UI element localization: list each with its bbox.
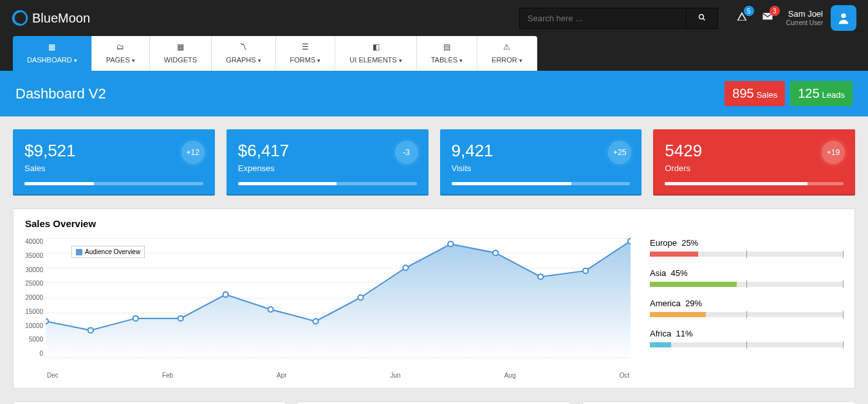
region-name: Asia	[650, 268, 666, 278]
region-bar	[650, 282, 843, 287]
card-progress	[452, 182, 631, 185]
brand-text: BlueMoon	[32, 11, 90, 26]
sales-chart: 4000035000300002500020000150001000050000…	[46, 238, 631, 376]
tab-graphs[interactable]: 〽GRAPHS▾	[212, 36, 275, 71]
alerts-button[interactable]: 5	[736, 11, 748, 25]
svg-point-16	[583, 268, 588, 273]
chart-legend: Audience Overview	[71, 246, 145, 258]
svg-point-3	[841, 14, 845, 18]
tab-dashboard[interactable]: ▦DASHBOARD▾	[13, 36, 92, 71]
svg-point-10	[313, 319, 318, 324]
card-delta-badge: +19	[822, 141, 845, 164]
region-america: America 29%	[650, 298, 843, 317]
card-value: $9,521	[24, 141, 203, 161]
region-pct: 45%	[671, 268, 688, 278]
stat-card-sales[interactable]: $9,521Sales+12	[13, 129, 215, 196]
brand-logo[interactable]: BlueMoon	[12, 10, 90, 26]
region-name: America	[650, 298, 681, 308]
svg-point-5	[88, 327, 93, 333]
user-role: Current User	[786, 19, 823, 27]
card-delta-badge: +12	[181, 141, 205, 164]
svg-point-14	[493, 250, 498, 255]
card-label: Sales	[24, 163, 203, 173]
card-delta-badge: -3	[395, 141, 418, 164]
bottom-row: Weekly Sales Activity Tasks	[13, 401, 855, 404]
region-asia: Asia 45%	[650, 268, 843, 287]
main-nav: ▦DASHBOARD▾🗂PAGES▾▦WIDGETS〽GRAPHS▾☰FORMS…	[0, 36, 868, 71]
moon-icon	[12, 10, 28, 26]
tab-widgets[interactable]: ▦WIDGETS	[150, 36, 212, 71]
card-label: Orders	[665, 163, 844, 173]
tab-icon: ☰	[290, 42, 321, 53]
region-name: Europe	[650, 238, 677, 248]
stat-cards-row: $9,521Sales+12$6,417Expenses-39,421Visit…	[13, 129, 855, 196]
sales-overview-title: Sales Overview	[14, 209, 854, 238]
svg-point-17	[628, 239, 631, 244]
mail-button[interactable]: 3	[762, 11, 773, 25]
region-bar	[650, 342, 843, 347]
svg-point-9	[268, 307, 273, 312]
activity-panel: Activity	[297, 401, 570, 404]
card-label: Expenses	[238, 163, 417, 173]
card-progress	[665, 182, 844, 185]
region-africa: Africa 11%	[650, 329, 843, 347]
region-pct: 29%	[685, 298, 702, 308]
region-europe: Europe 25%	[650, 238, 843, 257]
card-delta-badge: +25	[608, 141, 631, 164]
tab-error[interactable]: ⚠ERROR▾	[477, 36, 537, 71]
topbar: BlueMoon 5 3 Sam Joel Current User	[0, 0, 868, 36]
region-pct: 25%	[681, 238, 698, 248]
card-progress	[238, 182, 417, 185]
region-pct: 11%	[676, 329, 692, 338]
regions-list: Europe 25%Asia 45%America 29%Africa 11%	[650, 238, 843, 376]
card-value: 5429	[665, 141, 844, 161]
tab-icon: 🗂	[106, 42, 135, 53]
svg-point-8	[223, 292, 228, 297]
tab-icon: ▤	[431, 42, 463, 53]
tab-icon: ▦	[27, 42, 77, 53]
svg-point-4	[46, 319, 48, 324]
svg-point-1	[699, 14, 703, 19]
search-form	[519, 8, 718, 29]
avatar[interactable]	[831, 5, 856, 31]
page-header: Dashboard V2 895Sales 125Leads	[0, 71, 868, 116]
stat-card-visits[interactable]: 9,421Visits+25	[440, 129, 642, 196]
svg-point-11	[358, 295, 363, 300]
tab-forms[interactable]: ☰FORMS▾	[276, 36, 336, 71]
mail-badge: 3	[770, 6, 780, 16]
stat-card-expenses[interactable]: $6,417Expenses-3	[226, 129, 429, 196]
stat-card-orders[interactable]: 5429Orders+19	[653, 129, 855, 196]
search-input[interactable]	[519, 8, 687, 29]
user-block[interactable]: Sam Joel Current User	[786, 9, 823, 27]
region-bar	[650, 252, 843, 257]
leads-pill[interactable]: 125Leads	[790, 81, 853, 106]
tab-ui-elements[interactable]: ◧UI ELEMENTS▾	[335, 36, 416, 71]
card-label: Visits	[452, 163, 631, 173]
user-name: Sam Joel	[786, 9, 823, 19]
card-progress	[24, 182, 203, 185]
tab-icon: ⚠	[492, 42, 522, 53]
region-bar	[650, 312, 843, 317]
tab-icon: ▦	[164, 42, 197, 53]
search-icon	[698, 14, 706, 21]
page-title: Dashboard V2	[15, 86, 106, 102]
svg-point-7	[178, 316, 183, 321]
legend-swatch	[76, 249, 82, 255]
tab-icon: ◧	[349, 42, 402, 53]
svg-point-12	[403, 265, 408, 270]
weekly-sales-panel: Weekly Sales	[13, 401, 286, 404]
svg-point-15	[538, 274, 543, 279]
tasks-panel: Tasks	[582, 401, 855, 404]
sales-overview-panel: Sales Overview 4000035000300002500020000…	[13, 208, 855, 389]
top-icons: 5 3	[736, 11, 773, 25]
card-value: $6,417	[238, 141, 417, 161]
tab-tables[interactable]: ▤TABLES▾	[417, 36, 477, 71]
alerts-badge: 5	[744, 6, 754, 16]
svg-line-2	[703, 18, 705, 20]
tab-pages[interactable]: 🗂PAGES▾	[92, 36, 150, 71]
svg-point-6	[133, 316, 138, 321]
svg-point-13	[448, 241, 453, 246]
search-button[interactable]	[687, 8, 718, 29]
sales-pill[interactable]: 895Sales	[725, 81, 785, 106]
card-value: 9,421	[452, 141, 631, 161]
